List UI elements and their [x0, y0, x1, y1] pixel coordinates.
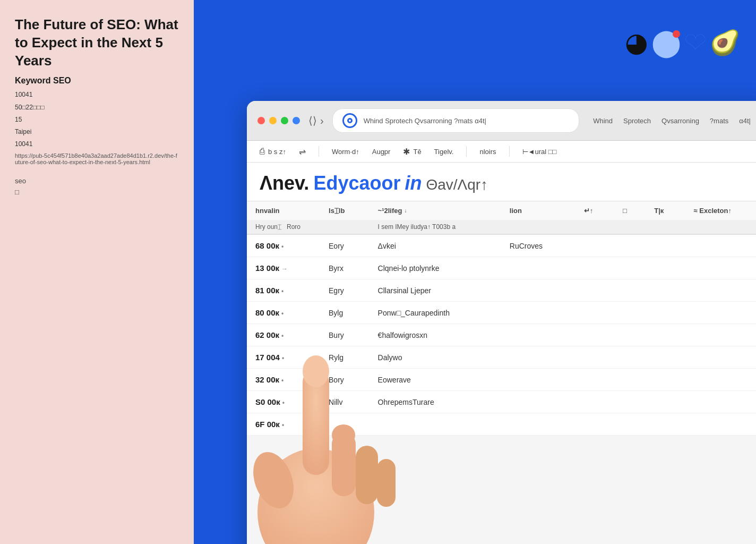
cell-0-3: RuCroves — [501, 234, 575, 257]
sub-header-col2: I sem IMey iludya↑ T003b a — [370, 220, 756, 234]
cell-1-0: 13 00к→ — [247, 257, 320, 279]
cell-7-0: S0 00к• — [247, 391, 320, 413]
cell-0-1: Eory — [320, 234, 370, 257]
col-header-label-5: □ — [623, 207, 627, 215]
toolbar-divider-2 — [466, 146, 467, 157]
cell-3-2: Ponw□_Caurapedinth — [370, 302, 501, 324]
toolbar-label-7: nloirs — [479, 148, 496, 156]
cell-6-0: 32 00к• — [247, 369, 320, 391]
forward-button[interactable]: › — [320, 115, 324, 127]
col-header-2[interactable]: ~¹2lifeg ↓ — [370, 201, 501, 220]
col-header-1[interactable]: ls⌶lb — [320, 201, 370, 220]
toolbar-item-5[interactable]: ✱ Tē — [403, 147, 421, 157]
browser-toolbar: ⎙ b s z↑ ⇌ Worm·d↑ Augpr ✱ Tē Tigelv. — [247, 141, 756, 163]
page-header: Λnev. Edycaoor in Θav/Λqr↑ — [247, 163, 756, 194]
cell-0-6 — [646, 234, 685, 257]
cell-7-7 — [685, 391, 757, 413]
col-header-6[interactable]: T|к — [646, 201, 685, 220]
toolbar-icon-2: ⇌ — [299, 147, 306, 157]
nav-item-2[interactable]: Sprotech — [623, 117, 651, 125]
avocado-icon: 🥑 — [710, 30, 740, 55]
toolbar-item-6[interactable]: Tigelv. — [434, 148, 454, 156]
address-bar[interactable]: Whind Sprotech Qvsarroning ?mats α4t| — [332, 108, 579, 133]
cell-4-4 — [575, 324, 614, 346]
cell-2-1: Egry — [320, 279, 370, 302]
sub-header-col1: Hry oun⌶ Roro — [247, 220, 370, 234]
cell-8-2 — [370, 413, 501, 436]
browser-window: ⟨⟩ › Whind Sprotech Qvsarroning ?mats α4… — [247, 101, 756, 544]
sort-arrow-2: ↓ — [404, 208, 407, 214]
cell-0-7 — [685, 234, 757, 257]
cell-2-6 — [646, 279, 685, 302]
cell-5-7 — [685, 346, 757, 369]
svg-rect-6 — [377, 459, 396, 507]
nav-item-3[interactable]: Qvsarroning — [662, 117, 699, 125]
red-badge — [673, 30, 680, 38]
toolbar-label-8: ⊢◄ural □□ — [522, 148, 557, 156]
toolbar-item-1[interactable]: ⎙ b s z↑ — [260, 147, 286, 156]
toolbar-item-2[interactable]: ⇌ — [299, 147, 306, 157]
col-header-label-2: ~¹2lifeg — [378, 207, 402, 215]
cell-7-5 — [614, 391, 646, 413]
toolbar-divider-3 — [509, 146, 510, 157]
col-header-0[interactable]: hnvalin — [247, 201, 320, 220]
cell-6-4 — [575, 369, 614, 391]
icon-wrapper-3: ❤ — [684, 29, 707, 56]
sidebar-url: https://pub-5c454f571b8e40a3a2aad27ade84… — [15, 152, 179, 165]
col-header-7[interactable]: ≈ Excleton↑ — [685, 201, 757, 220]
toolbar-item-3[interactable]: Worm·d↑ — [332, 148, 359, 156]
col-header-label-6: T|к — [654, 207, 664, 215]
toolbar-icon-1: ⎙ — [260, 147, 265, 156]
cell-3-4 — [575, 302, 614, 324]
cell-8-3 — [501, 413, 575, 436]
nav-item-4[interactable]: ?mats — [710, 117, 728, 125]
cell-5-4 — [575, 346, 614, 369]
traffic-light-yellow[interactable] — [269, 117, 277, 124]
cell-4-7 — [685, 324, 757, 346]
cell-6-1: Bory — [320, 369, 370, 391]
cell-8-6 — [646, 413, 685, 436]
toolbar-item-8[interactable]: ⊢◄ural □□ — [522, 148, 557, 156]
toolbar-item-4[interactable]: Augpr — [372, 148, 391, 156]
heart-icon: ❤ — [684, 29, 707, 56]
cell-6-2: Eowerave — [370, 369, 501, 391]
col-header-label-3: lion — [510, 207, 522, 215]
toolbar-divider-1 — [319, 146, 319, 157]
cell-0-4 — [575, 234, 614, 257]
meta-chars: 50□22□□□ — [15, 103, 179, 113]
col-header-5[interactable]: □ — [614, 201, 646, 220]
cell-2-5 — [614, 279, 646, 302]
traffic-light-red[interactable] — [257, 117, 265, 124]
cell-8-4 — [575, 413, 614, 436]
table-row: 13 00к→ Byrx Clqnei-lo ptolynrke — [247, 257, 756, 279]
col-header-4[interactable]: ↵↑ — [575, 201, 614, 220]
traffic-light-blue[interactable] — [293, 117, 300, 124]
cell-8-0: 6F 00к• — [247, 413, 320, 436]
cell-4-1: Bury — [320, 324, 370, 346]
table-row: 6F 00к• — [247, 413, 756, 436]
nav-item-1[interactable]: Whind — [593, 117, 613, 125]
traffic-light-green[interactable] — [281, 117, 288, 124]
nav-item-5[interactable]: α4t| — [739, 117, 751, 125]
cell-2-2: Cllarsinal Ljeper — [370, 279, 501, 302]
cell-3-6 — [646, 302, 685, 324]
page-content: Λnev. Edycaoor in Θav/Λqr↑ hnvalin — [247, 163, 756, 436]
sidebar-tag2: □ — [15, 188, 19, 196]
cell-0-2: Δvkei — [370, 234, 501, 257]
cell-4-2: €halfowigrosxn — [370, 324, 501, 346]
col-header-3[interactable]: lion — [501, 201, 575, 220]
table-row: 62 00к• Bury €halfowigrosxn — [247, 324, 756, 346]
col-header-label-4: ↵↑ — [584, 207, 594, 215]
cell-0-0: 68 00к• — [247, 234, 320, 257]
table-row: S0 00к• Nillv OhrepemsTurare — [247, 391, 756, 413]
table-row: 68 00к• Eory Δvkei RuCroves — [247, 234, 756, 257]
cell-4-0: 62 00к• — [247, 324, 320, 346]
toolbar-item-7[interactable]: nloirs — [479, 148, 496, 156]
cell-1-6 — [646, 257, 685, 279]
address-icon — [342, 113, 357, 128]
back-button[interactable]: ⟨⟩ — [308, 114, 317, 127]
cell-0-5 — [614, 234, 646, 257]
cell-3-0: 80 00к• — [247, 302, 320, 324]
cell-1-3 — [501, 257, 575, 279]
cell-5-5 — [614, 346, 646, 369]
